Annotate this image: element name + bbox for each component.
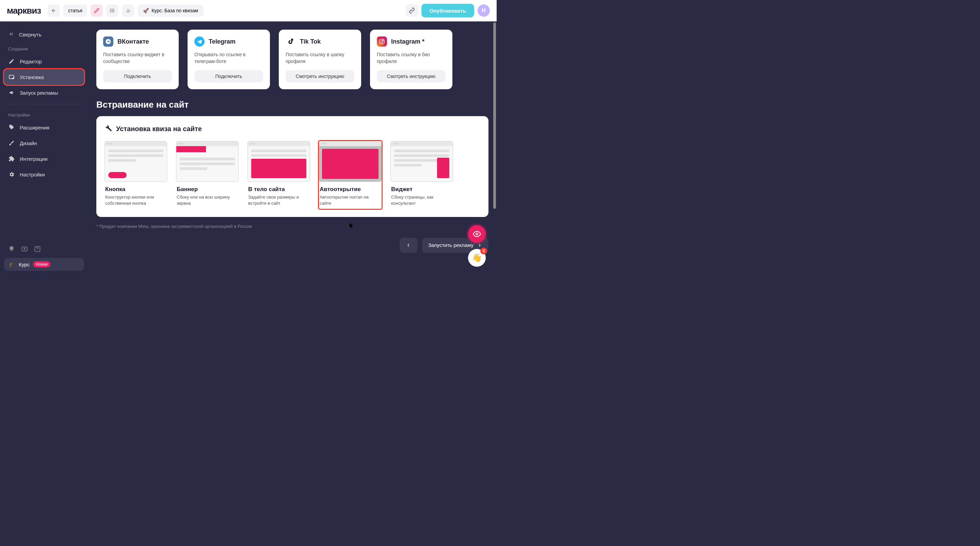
embed-panel: Установка квиза на сайте Кнопка Конструк…: [96, 116, 488, 217]
sidebar-section-create: Создание: [4, 42, 84, 53]
social-instruction-button[interactable]: Смотреть инструкцию: [286, 70, 354, 82]
chevron-double-left-icon: [8, 31, 14, 38]
sidebar: Свернуть Создание Редактор Установка Зап…: [0, 21, 88, 277]
sidebar-section-settings: Настройки: [4, 108, 84, 120]
sidebar-item-editor[interactable]: Редактор: [4, 53, 84, 69]
svg-point-15: [383, 40, 383, 40]
sidebar-item-install[interactable]: Установка: [4, 69, 84, 85]
telegram-icon: [194, 37, 205, 47]
preview-fab[interactable]: [468, 225, 486, 243]
notification-count: 8: [480, 247, 487, 254]
sidebar-item-label: Запуск рекламы: [20, 90, 58, 96]
course-label: Курс: [19, 262, 30, 267]
list-icon[interactable]: [106, 5, 118, 17]
embed-option-body[interactable]: В тело сайта Задайте свои размеры и встр…: [247, 141, 310, 208]
sidebar-item-label: Интеграции: [20, 156, 48, 162]
svg-point-4: [110, 10, 111, 11]
tag-icon: [8, 125, 15, 131]
sidebar-item-integrations[interactable]: Интеграции: [4, 151, 84, 166]
svg-point-10: [13, 78, 14, 79]
social-card-instagram[interactable]: Instagram * Поставить ссылку в био профи…: [370, 30, 452, 89]
embed-option-widget[interactable]: Виджет Сбоку страницы, как консультант: [390, 141, 453, 208]
scrollbar[interactable]: [493, 22, 496, 209]
course-pill-label: Курс: База по квизам: [151, 8, 198, 13]
lightbulb-icon[interactable]: [8, 246, 15, 254]
sidebar-item-label: Расширения: [20, 125, 49, 131]
upload-icon[interactable]: [21, 246, 28, 254]
logo[interactable]: марквиз: [7, 5, 41, 16]
embed-name: Автооткрытие: [319, 186, 382, 193]
pencil-icon: [8, 58, 15, 64]
puzzle-icon: [8, 156, 15, 162]
course-button[interactable]: 🎓 Курс Новая: [4, 258, 84, 271]
embed-option-autoopen[interactable]: Автооткрытие Автооткрытие поп'ап на сайт…: [319, 141, 382, 208]
graduation-cap-icon: 🎓: [9, 261, 15, 267]
course-badge: Новая: [33, 261, 50, 267]
brush-icon: [8, 140, 15, 146]
embed-name: Кнопка: [105, 186, 167, 193]
course-pill[interactable]: 🚀 Курс: База по квизам: [137, 5, 204, 17]
install-icon: [8, 74, 15, 80]
sidebar-item-ads[interactable]: Запуск рекламы: [4, 85, 84, 101]
sidebar-item-label: Настройки: [20, 172, 45, 177]
next-label: Запустить рекламу: [428, 242, 474, 248]
back-button[interactable]: [48, 5, 60, 17]
social-name: ВКонтакте: [118, 38, 149, 45]
collapse-sidebar[interactable]: Свернуть: [4, 27, 84, 42]
social-instruction-button[interactable]: Смотреть инструкцию: [377, 70, 445, 82]
stats-icon[interactable]: [122, 5, 134, 17]
social-name: Telegram: [208, 38, 235, 45]
embed-desc: Сбоку или на всю ширину экрана: [176, 194, 239, 208]
embed-desc: Конструктор кнопки или собственная кнопк…: [105, 194, 167, 208]
social-name: Tik Tok: [300, 38, 321, 45]
avatar[interactable]: Н: [477, 5, 490, 17]
gear-icon: [8, 171, 15, 177]
sidebar-item-label: Редактор: [20, 59, 42, 64]
svg-point-3: [110, 9, 111, 9]
social-connect-button[interactable]: Подключить: [194, 70, 263, 82]
svg-point-16: [476, 233, 478, 235]
rocket-icon: 🚀: [143, 8, 149, 13]
social-card-telegram[interactable]: Telegram Открывать по ссылке в телеграм-…: [188, 30, 270, 89]
social-card-tiktok[interactable]: Tik Tok Поставить ссылку в шапку профиля…: [279, 30, 361, 89]
meta-footnote: * Продукт компании Meta, признана экстре…: [96, 224, 488, 229]
collapse-label: Свернуть: [19, 32, 41, 37]
instagram-icon: [377, 37, 387, 47]
embed-section-title: Встраивание на сайт: [96, 99, 488, 110]
embed-desc: Сбоку страницы, как консультант: [390, 194, 453, 208]
embed-name: Виджет: [390, 186, 453, 193]
prev-button[interactable]: [399, 238, 417, 253]
embed-option-banner[interactable]: Баннер Сбоку или на всю ширину экрана: [176, 141, 239, 208]
social-desc: Открывать по ссылке в телеграм-боте: [194, 51, 263, 65]
wave-icon: 👋: [472, 253, 482, 263]
social-desc: Поставить ссылку в шапку профиля: [286, 51, 354, 65]
embed-header-label: Установка квиза на сайте: [116, 125, 202, 133]
social-connect-button[interactable]: Подключить: [103, 70, 172, 82]
embed-desc: Автооткрытие поп'ап на сайте: [319, 194, 382, 208]
embed-desc: Задайте свои размеры и встройте в сайт: [247, 194, 310, 208]
vk-icon: [103, 37, 113, 47]
sidebar-item-design[interactable]: Дизайн: [4, 135, 84, 151]
notifications-fab[interactable]: 👋 8: [468, 249, 486, 267]
embed-name: Баннер: [176, 186, 239, 193]
social-card-vk[interactable]: ВКонтакте Поставить ссылку-виджет в сооб…: [96, 30, 179, 89]
sidebar-item-settings[interactable]: Настройки: [4, 166, 84, 182]
publish-button[interactable]: Опубликовать: [422, 4, 474, 18]
sidebar-item-extensions[interactable]: Расширения: [4, 120, 84, 135]
sidebar-item-label: Дизайн: [20, 140, 37, 146]
embed-name: В тело сайта: [247, 186, 310, 193]
megaphone-icon: [8, 89, 15, 96]
social-desc: Поставить ссылку-виджет в сообществе: [103, 51, 172, 65]
breadcrumb-article[interactable]: статья: [63, 5, 87, 17]
edit-icon[interactable]: [91, 5, 103, 17]
help-icon[interactable]: [34, 246, 41, 254]
tools-icon: [105, 125, 112, 134]
svg-point-5: [110, 11, 111, 12]
embed-option-button[interactable]: Кнопка Конструктор кнопки или собственна…: [105, 141, 167, 208]
social-desc: Поставить ссылку в био профиля: [377, 51, 445, 65]
svg-point-14: [381, 40, 383, 43]
tiktok-icon: [286, 37, 296, 47]
sidebar-item-label: Установка: [20, 74, 44, 80]
main-content: ВКонтакте Поставить ссылку-виджет в сооб…: [88, 21, 496, 277]
link-icon[interactable]: [406, 5, 418, 17]
